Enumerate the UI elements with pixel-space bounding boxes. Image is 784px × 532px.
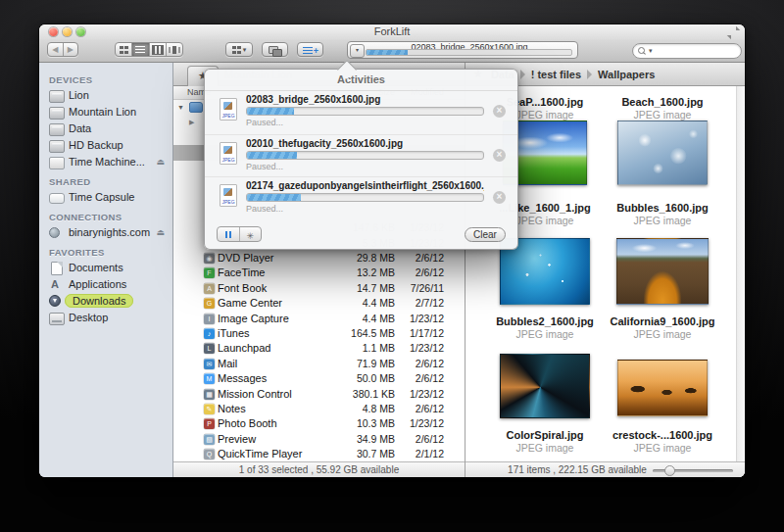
window-title: ForkLift [39, 25, 745, 37]
file-row-photo-booth[interactable]: PPhoto Booth10.3 MB1/23/12 [173, 416, 465, 431]
file-date: 2/6/12 [416, 251, 444, 266]
activity-status: Paused... [246, 162, 283, 171]
file-row-font-book[interactable]: AFont Book14.7 MB7/26/11 [173, 281, 465, 296]
sidebar-item-time-capsule[interactable]: Time Capsule [39, 189, 172, 206]
jpeg-file-icon: JPEG [220, 184, 237, 207]
file-row-notes[interactable]: ✎Notes4.8 MB2/6/12 [173, 402, 465, 416]
view-coverflow-button[interactable] [167, 43, 182, 56]
image-thumbnail[interactable] [617, 360, 708, 416]
sidebar-section-title: SHARED [39, 170, 172, 189]
search-options-caret[interactable]: ▾ [649, 47, 653, 55]
sync-button[interactable] [262, 42, 288, 57]
file-row-mail[interactable]: ✉Mail71.9 MB2/6/12 [173, 357, 465, 371]
pause-all-button[interactable] [218, 227, 240, 241]
file-date: 2/6/12 [416, 371, 444, 386]
sidebar-item-documents[interactable]: Documents [39, 260, 172, 276]
view-options-button[interactable]: ▾ [225, 42, 253, 57]
eject-icon[interactable]: ⏏ [156, 154, 165, 170]
file-name: Font Book [218, 281, 267, 296]
sidebar-section-title: FAVORITES [39, 241, 172, 260]
clear-button[interactable]: Clear [465, 227, 506, 242]
image-thumbnail[interactable] [617, 121, 708, 185]
folder-icon [189, 102, 203, 113]
sidebar-item-data[interactable]: Data [39, 121, 172, 137]
cancel-transfer-button[interactable]: × [493, 105, 506, 118]
sidebar-item-label: Time Capsule [69, 191, 134, 203]
file-name: Photo Booth [218, 416, 277, 431]
fullscreen-icon[interactable] [729, 28, 738, 37]
sidebar-item-lion[interactable]: Lion [39, 87, 172, 104]
thumbnail-size-slider[interactable] [653, 469, 733, 472]
file-name: iTunes [218, 326, 250, 341]
file-size: 50.0 MB [357, 371, 395, 386]
back-button[interactable]: ◀ [48, 43, 64, 56]
app-icon: F [204, 267, 215, 278]
app-icon: ✎ [204, 404, 215, 414]
file-name: Notes [218, 402, 246, 416]
file-name: Mission Control [218, 387, 292, 402]
slider-thumb[interactable] [664, 465, 675, 476]
disclosure-closed-icon[interactable]: ▶ [189, 119, 194, 125]
transfer-dropdown-button[interactable]: ▾ [350, 44, 365, 58]
image-thumbnail[interactable] [616, 238, 709, 305]
file-size: 4.8 MB [363, 402, 395, 416]
app-icon: ▧ [204, 434, 215, 445]
file-row-mission-control[interactable]: ▦Mission Control380.1 KB1/23/12 [173, 387, 465, 402]
file-size: 34.9 MB [357, 432, 395, 447]
breadcrumb-test-files[interactable]: ! test files [527, 69, 585, 80]
sidebar-item-hd-backup[interactable]: HD Backup [39, 137, 172, 154]
cancel-transfer-button[interactable]: × [493, 191, 506, 204]
activity-filename: 02174_gazeduponbyangelsintheirflight_256… [246, 180, 484, 191]
thumbnail-filename: ColorSpiral.jpg [491, 429, 599, 441]
image-thumbnail[interactable] [500, 354, 590, 418]
back-icon: ◀ [52, 46, 58, 54]
file-row-game-center[interactable]: GGame Center4.4 MB2/7/12 [173, 296, 465, 311]
disclosure-open-icon[interactable]: ▼ [177, 104, 184, 111]
vertical-scrollbar[interactable] [736, 86, 745, 461]
add-transfer-button[interactable] [297, 42, 323, 57]
file-row-dvd-player[interactable]: ◉DVD Player29.8 MB2/6/12 [173, 251, 465, 266]
file-row-facetime[interactable]: FFaceTime13.2 MB2/6/12 [173, 266, 465, 280]
view-list-button[interactable] [132, 43, 149, 56]
desktop-icon [49, 313, 65, 325]
forward-button[interactable]: ▶ [64, 43, 78, 56]
file-row-launchpad[interactable]: LLaunchpad1.1 MB1/23/12 [173, 341, 465, 356]
forward-icon: ▶ [68, 46, 74, 54]
activities-footer: ✳ Clear [205, 221, 517, 249]
file-date: 2/6/12 [416, 357, 444, 371]
file-date: 1/23/12 [410, 312, 444, 326]
file-row-itunes[interactable]: ♪iTunes164.5 MB1/17/12 [173, 326, 465, 341]
activities-settings-button[interactable]: ✳ [240, 227, 262, 241]
sidebar: DEVICESLionMountain LionDataHD BackupTim… [39, 63, 173, 477]
cancel-transfer-button[interactable]: × [493, 149, 506, 162]
file-row-quicktime-player[interactable]: QQuickTime Player30.7 MB2/1/12 [173, 447, 465, 461]
drive-icon [49, 107, 65, 120]
sidebar-item-mountain-lion[interactable]: Mountain Lion [39, 104, 172, 121]
breadcrumb-wallpapers[interactable]: Wallpapers [594, 69, 659, 80]
file-date: 2/6/12 [416, 402, 444, 416]
sidebar-item-time-machine[interactable]: Time Machine...⏏ [39, 154, 172, 170]
file-row-image-capture[interactable]: IImage Capture4.4 MB1/23/12 [173, 312, 465, 326]
sidebar-item-downloads[interactable]: Downloads [39, 293, 172, 310]
transfer-progress-widget[interactable]: ▾ 02083_bridge_2560x1600.jpg [347, 41, 578, 59]
view-icons-button[interactable] [116, 43, 132, 56]
view-columns-button[interactable] [150, 43, 167, 56]
file-row-messages[interactable]: MMessages50.0 MB2/6/12 [173, 371, 465, 386]
activity-progress-bar [246, 151, 484, 160]
sidebar-item-label: Downloads [65, 294, 133, 308]
view-options-icon [232, 46, 241, 54]
search-input[interactable]: ▾ [632, 43, 742, 59]
file-row-preview[interactable]: ▧Preview34.9 MB2/6/12 [173, 432, 465, 447]
pause-icon [225, 231, 227, 238]
forklift-window: ForkLift ◀ ▶ ▾ ▾ 02083_bridge_2560x1600.… [39, 24, 745, 477]
title-bar[interactable]: ForkLift [39, 24, 745, 39]
app-icon: L [204, 343, 215, 354]
sidebar-item-desktop[interactable]: Desktop [39, 310, 172, 326]
thumbnail-filename: Beach_1600.jpg [609, 96, 716, 108]
eject-icon[interactable]: ⏏ [156, 224, 165, 241]
sidebar-item-applications[interactable]: AApplications [39, 276, 172, 293]
activity-filename: 02083_bridge_2560x1600.jpg [246, 94, 484, 105]
sidebar-item-binarynights-com[interactable]: binarynights.com⏏ [39, 224, 172, 241]
activity-item: JPEG02083_bridge_2560x1600.jpgPaused...× [205, 91, 517, 133]
crumb-separator-icon [520, 70, 525, 79]
